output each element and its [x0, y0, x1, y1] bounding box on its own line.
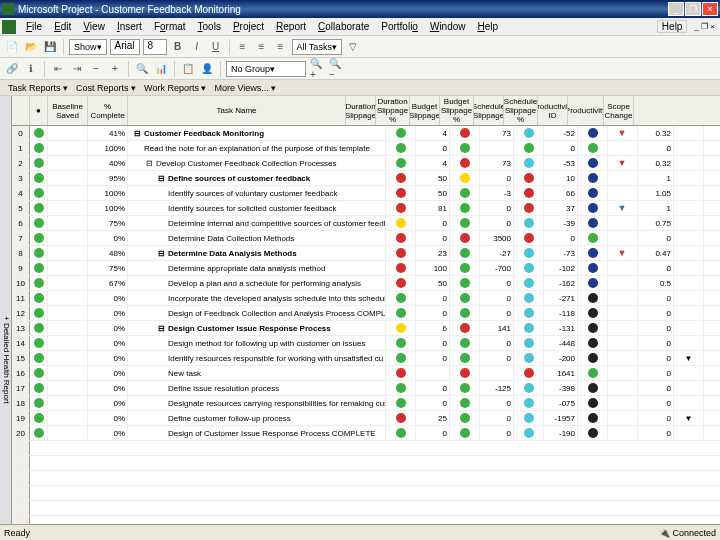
bud-slip-val[interactable]: 0 [480, 306, 514, 320]
table-row[interactable]: 200%Design of Customer Issue Response Pr… [12, 426, 720, 441]
sch-slip-val[interactable]: -39 [544, 216, 578, 230]
bud-slip-val[interactable]: 73 [480, 126, 514, 140]
dur-slip-val[interactable]: 0 [416, 336, 450, 350]
empty-row[interactable] [12, 471, 720, 486]
bud-slip-val[interactable]: 141 [480, 321, 514, 335]
pct-complete-cell[interactable]: 0% [88, 321, 128, 335]
row-id[interactable]: 3 [12, 171, 30, 185]
bold-icon[interactable]: B [170, 39, 186, 55]
table-row[interactable]: 1067%Develop a plan and a schedule for p… [12, 276, 720, 291]
sch-slip-val[interactable]: -118 [544, 306, 578, 320]
dur-slip-val[interactable]: 50 [416, 171, 450, 185]
row-id[interactable]: 2 [12, 156, 30, 170]
prod-val[interactable]: 0.47 [638, 246, 674, 260]
prod-val[interactable]: 0 [638, 351, 674, 365]
align-center-icon[interactable]: ≡ [254, 39, 270, 55]
dur-slip-val[interactable]: 23 [416, 246, 450, 260]
bud-slip-val[interactable]: 0 [480, 336, 514, 350]
row-id[interactable]: 6 [12, 216, 30, 230]
task-name-cell[interactable]: Design of Feedback Collection and Analys… [128, 306, 386, 320]
dur-slip-val[interactable]: 0 [416, 216, 450, 230]
filter-combo[interactable]: All Tasks ▾ [292, 39, 342, 55]
col-scope[interactable]: Scope Change [604, 96, 634, 125]
table-row[interactable]: 041%⊟Customer Feedback Monitoring473-520… [12, 126, 720, 141]
pct-complete-cell[interactable]: 75% [88, 216, 128, 230]
dur-slip-val[interactable]: 6 [416, 321, 450, 335]
task-name-cell[interactable]: Identify resources responsible for worki… [128, 351, 386, 365]
menu-view[interactable]: View [77, 21, 111, 32]
task-name-cell[interactable]: Read the note for an explanation of the … [128, 141, 386, 155]
table-row[interactable]: 395%⊟Define sources of customer feedback… [12, 171, 720, 186]
empty-row[interactable] [12, 441, 720, 456]
tree-toggle-icon[interactable]: ⊟ [156, 249, 166, 258]
task-name-cell[interactable]: Identify sources for solicited customer … [128, 201, 386, 215]
sch-slip-val[interactable]: 66 [544, 186, 578, 200]
sch-slip-val[interactable]: -190 [544, 426, 578, 440]
dur-slip-val[interactable]: 0 [416, 141, 450, 155]
table-row[interactable]: 4100%Identify sources of voluntary custo… [12, 186, 720, 201]
row-id[interactable]: 4 [12, 186, 30, 200]
tree-toggle-icon[interactable]: ⊟ [156, 324, 166, 333]
prod-val[interactable]: 1 [638, 171, 674, 185]
col-productivity-id[interactable]: Productivity ID [538, 96, 568, 125]
show-dropdown[interactable]: Show ▾ [69, 39, 107, 55]
sch-slip-val[interactable]: 1641 [544, 366, 578, 380]
viewbar-sidebar[interactable]: + Detailed Health Report [0, 96, 12, 524]
menu-tools[interactable]: Tools [192, 21, 227, 32]
table-row[interactable]: 1100%Read the note for an explanation of… [12, 141, 720, 156]
table-row[interactable]: 140%Design method for following up with … [12, 336, 720, 351]
pct-complete-cell[interactable]: 40% [88, 156, 128, 170]
prod-val[interactable]: 1 [638, 201, 674, 215]
bud-slip-val[interactable]: 0 [480, 171, 514, 185]
pct-complete-cell[interactable]: 0% [88, 366, 128, 380]
empty-row[interactable] [12, 456, 720, 471]
dur-slip-val[interactable]: 0 [416, 426, 450, 440]
outdent-icon[interactable]: ⇤ [50, 61, 66, 77]
prod-val[interactable]: 0 [638, 231, 674, 245]
menu-insert[interactable]: Insert [111, 21, 148, 32]
bud-slip-val[interactable] [480, 366, 514, 380]
table-row[interactable]: 130%⊟Design Customer Issue Response Proc… [12, 321, 720, 336]
underline-icon[interactable]: U [208, 39, 224, 55]
row-id[interactable]: 7 [12, 231, 30, 245]
sch-slip-val[interactable]: -200 [544, 351, 578, 365]
row-id[interactable]: 11 [12, 291, 30, 305]
dur-slip-val[interactable]: 0 [416, 381, 450, 395]
grid-rows[interactable]: 041%⊟Customer Feedback Monitoring473-520… [12, 126, 720, 524]
bud-slip-val[interactable]: 0 [480, 426, 514, 440]
task-name-cell[interactable]: New task [128, 366, 386, 380]
info-icon[interactable]: ℹ [23, 61, 39, 77]
empty-row[interactable] [12, 501, 720, 516]
pct-complete-cell[interactable]: 100% [88, 201, 128, 215]
row-id[interactable]: 18 [12, 396, 30, 410]
close-button[interactable]: × [702, 2, 718, 16]
row-id[interactable]: 9 [12, 261, 30, 275]
table-row[interactable]: 150%Identify resources responsible for w… [12, 351, 720, 366]
task-name-cell[interactable]: Determine Data Collection Methods [128, 231, 386, 245]
col-pct-complete[interactable]: % Complete [88, 96, 128, 125]
resource-icon[interactable]: 👤 [199, 61, 215, 77]
prod-val[interactable]: 0 [638, 321, 674, 335]
col-duration-slip-pct[interactable]: Duration Slippage % [376, 96, 410, 125]
open-icon[interactable]: 📂 [23, 39, 39, 55]
menu-project[interactable]: Project [227, 21, 270, 32]
row-id[interactable]: 13 [12, 321, 30, 335]
row-id[interactable]: 19 [12, 411, 30, 425]
dur-slip-val[interactable]: 50 [416, 276, 450, 290]
row-id[interactable]: 14 [12, 336, 30, 350]
prod-val[interactable]: 0 [638, 411, 674, 425]
pct-complete-cell[interactable]: 48% [88, 246, 128, 260]
cost-reports-link[interactable]: Cost Reports ▾ [72, 83, 140, 93]
sch-slip-val[interactable]: -271 [544, 291, 578, 305]
prod-val[interactable]: 0 [638, 306, 674, 320]
pct-complete-cell[interactable]: 67% [88, 276, 128, 290]
dur-slip-val[interactable]: 100 [416, 261, 450, 275]
task-name-cell[interactable]: ⊟Develop Customer Feedback Collection Pr… [128, 156, 386, 170]
font-combo[interactable]: Arial [110, 39, 140, 55]
new-icon[interactable]: 📄 [4, 39, 20, 55]
task-name-cell[interactable]: Determine internal and competitive sourc… [128, 216, 386, 230]
bud-slip-val[interactable]: 73 [480, 156, 514, 170]
sch-slip-val[interactable]: 10 [544, 171, 578, 185]
empty-row[interactable] [12, 516, 720, 524]
pct-complete-cell[interactable]: 100% [88, 141, 128, 155]
